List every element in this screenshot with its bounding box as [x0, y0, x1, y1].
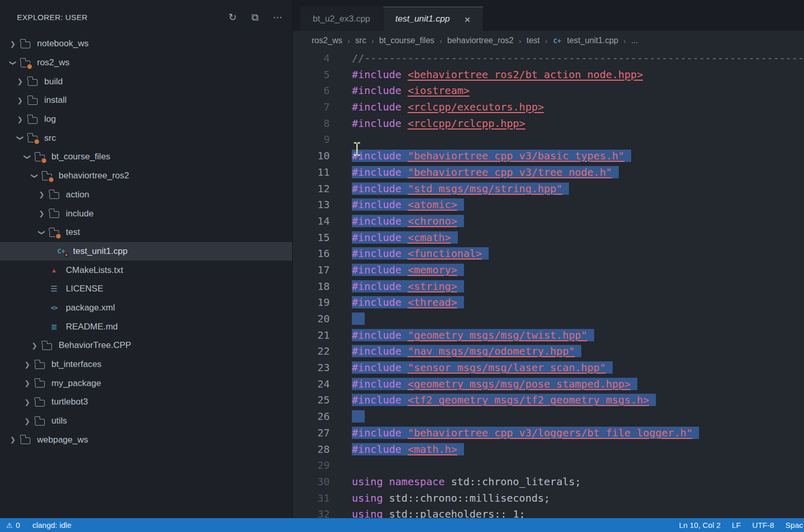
line-number: 14	[293, 213, 330, 230]
tree-item-bt_interfaces[interactable]: ❯bt_interfaces	[0, 355, 292, 374]
code-line-18[interactable]: 18#include <string>	[293, 279, 804, 295]
code-token: #include	[352, 166, 401, 178]
code-token: <rclcpp/rclcpp.hpp>	[407, 117, 525, 130]
code-token: <behaviortree_ros2/bt_action_node.hpp>	[407, 68, 643, 81]
xml-icon: <>	[48, 303, 60, 313]
tree-item-notebook_ws[interactable]: ❯notebook_ws	[0, 34, 292, 53]
more-icon[interactable]: ⋯	[273, 12, 283, 22]
code-token: <chrono>	[407, 215, 457, 227]
tab-bt_u2_ex3.cpp[interactable]: bt_u2_ex3.cpp	[300, 7, 383, 31]
code-line-11[interactable]: 11#include "behaviortree_cpp_v3/tree_nod…	[293, 164, 804, 181]
code-line-31[interactable]: 31using std::chrono::milliseconds;	[293, 490, 804, 507]
tree-item-test[interactable]: ❯test	[0, 223, 292, 242]
code-line-10[interactable]: 10#include "behaviortree_cpp_v3/basic_ty…	[293, 148, 804, 164]
tree-item-behaviortree_ros2[interactable]: ❯behaviortree_ros2	[0, 167, 292, 186]
folder-icon	[34, 397, 45, 407]
tree-item-README.md[interactable]: ≣README.md	[0, 317, 292, 336]
tree-item-bt_course_files[interactable]: ❯bt_course_files	[0, 148, 292, 167]
tree-item-log[interactable]: ❯log	[0, 110, 292, 129]
breadcrumb-item[interactable]: test_unit1.cpp	[567, 36, 618, 45]
breadcrumb-item[interactable]: bt_course_files	[379, 36, 435, 45]
breadcrumb-item[interactable]: ...	[631, 36, 638, 45]
tree-item-BehaviorTree.CPP[interactable]: ❯BehaviorTree.CPP	[0, 336, 292, 355]
tree-item-turtlebot3[interactable]: ❯turtlebot3	[0, 393, 292, 412]
code-token	[401, 68, 407, 81]
chevron-right-icon: ❯	[21, 380, 34, 387]
close-icon[interactable]: ×	[464, 14, 470, 25]
line-content: #include "behaviortree_cpp_v3/loggers/bt…	[352, 425, 699, 442]
code-line-29[interactable]: 29	[293, 457, 804, 474]
code-line-15[interactable]: 15#include <cmath>	[293, 230, 804, 246]
cmake-icon: ▲	[48, 265, 60, 276]
line-text: using std::chrono::milliseconds;	[352, 492, 550, 504]
breadcrumb-item[interactable]: ros2_ws	[312, 36, 343, 45]
code-line-12[interactable]: 12#include "std_msgs/msg/string.hpp"	[293, 181, 804, 197]
breadcrumb-item[interactable]: test	[527, 36, 540, 45]
tab-test_unit1.cpp[interactable]: test_unit1.cpp×	[383, 7, 484, 31]
status-clangd[interactable]: clangd: idle	[32, 521, 72, 529]
code-line-28[interactable]: 28#include <math.h>	[293, 442, 804, 458]
code-line-8[interactable]: 8#include <rclcpp/rclcpp.hpp>	[293, 116, 804, 132]
code-line-21[interactable]: 21#include "geometry_msgs/msg/twist.hpp"	[293, 327, 804, 344]
code-token: #include	[352, 247, 401, 260]
code-line-20[interactable]: 20	[293, 311, 804, 327]
code-line-30[interactable]: 30using namespace std::chrono_literals;	[293, 474, 804, 490]
code-line-13[interactable]: 13#include <atomic>	[293, 197, 804, 213]
tree-item-label: webpage_ws	[37, 435, 88, 445]
tree-item-package.xml[interactable]: <>package.xml	[0, 299, 292, 318]
status-cursor-position[interactable]: Ln 10, Col 2	[679, 521, 721, 529]
selected-text: #include <string>	[352, 280, 464, 292]
line-number: 15	[293, 230, 330, 246]
code-line-23[interactable]: 23#include "sensor_msgs/msg/laser_scan.h…	[293, 360, 804, 376]
tree-item-webpage_ws[interactable]: ❯webpage_ws	[0, 430, 292, 449]
line-number: 18	[293, 279, 330, 295]
status-indentation[interactable]: Spac	[785, 521, 803, 529]
collapse-all-icon[interactable]: ⧉	[252, 12, 259, 22]
code-line-22[interactable]: 22#include "nav_msgs/msg/odometry.hpp"	[293, 343, 804, 360]
status-eol[interactable]: LF	[732, 521, 741, 529]
tree-item-src[interactable]: ❯src	[0, 129, 292, 148]
code-line-25[interactable]: 25#include <tf2_geometry_msgs/tf2_geomet…	[293, 392, 804, 409]
code-line-16[interactable]: 16#include <functional>	[293, 246, 804, 262]
breadcrumb-item[interactable]: src	[355, 36, 366, 45]
line-content: #include <atomic>	[352, 197, 464, 213]
code-line-4[interactable]: 4//-------------------------------------…	[293, 50, 804, 67]
refresh-icon[interactable]: ↻	[228, 12, 237, 22]
breadcrumb-item[interactable]: behaviortree_ros2	[448, 36, 514, 45]
code-token: <rclcpp/executors.hpp>	[407, 101, 544, 113]
cpp-icon: C+	[56, 246, 67, 256]
license-icon: ☰	[48, 284, 60, 294]
tree-item-install[interactable]: ❯install	[0, 91, 292, 110]
folder-icon	[34, 378, 45, 389]
code-token: using	[352, 492, 383, 504]
tree-item-test_unit1.cpp[interactable]: C+test_unit1.cpp	[0, 242, 292, 261]
tree-item-include[interactable]: ❯include	[0, 204, 292, 223]
code-line-17[interactable]: 17#include <memory>	[293, 262, 804, 279]
code-line-9[interactable]: 9	[293, 132, 804, 148]
tree-item-CMakeLists.txt[interactable]: ▲CMakeLists.txt	[0, 261, 292, 280]
tree-item-ros2_ws[interactable]: ❯ros2_ws	[0, 53, 292, 72]
code-line-27[interactable]: 27#include "behaviortree_cpp_v3/loggers/…	[293, 425, 804, 442]
code-token: std::chrono::milliseconds;	[383, 492, 550, 504]
code-line-26[interactable]: 26	[293, 409, 804, 425]
code-area: 4//-------------------------------------…	[293, 50, 804, 518]
selected-text: #include "behaviortree_cpp_v3/loggers/bt…	[352, 427, 699, 439]
tree-item-utils[interactable]: ❯utils	[0, 412, 292, 431]
tree-item-action[interactable]: ❯action	[0, 186, 292, 205]
tree-item-my_package[interactable]: ❯my_package	[0, 374, 292, 393]
code-line-5[interactable]: 5#include <behaviortree_ros2/bt_action_n…	[293, 67, 804, 83]
status-problems[interactable]: ⚠0	[6, 521, 20, 529]
selected-text: #include "sensor_msgs/msg/laser_scan.hpp…	[352, 361, 613, 374]
code-line-7[interactable]: 7#include <rclcpp/executors.hpp>	[293, 99, 804, 116]
selected-text	[352, 410, 365, 423]
code-line-24[interactable]: 24#include <geometry_msgs/msg/pose_stamp…	[293, 376, 804, 393]
code-line-32[interactable]: 32using std::placeholders::_1;	[293, 506, 804, 518]
folder-icon	[41, 171, 52, 181]
code-line-19[interactable]: 19#include <thread>	[293, 295, 804, 311]
code-line-14[interactable]: 14#include <chrono>	[293, 213, 804, 230]
tree-item-build[interactable]: ❯build	[0, 72, 292, 91]
tree-item-LICENSE[interactable]: ☰LICENSE	[0, 280, 292, 299]
line-content: using namespace std::chrono_literals;	[352, 474, 581, 490]
code-line-6[interactable]: 6#include <iostream>	[293, 83, 804, 99]
status-encoding[interactable]: UTF-8	[752, 521, 774, 529]
